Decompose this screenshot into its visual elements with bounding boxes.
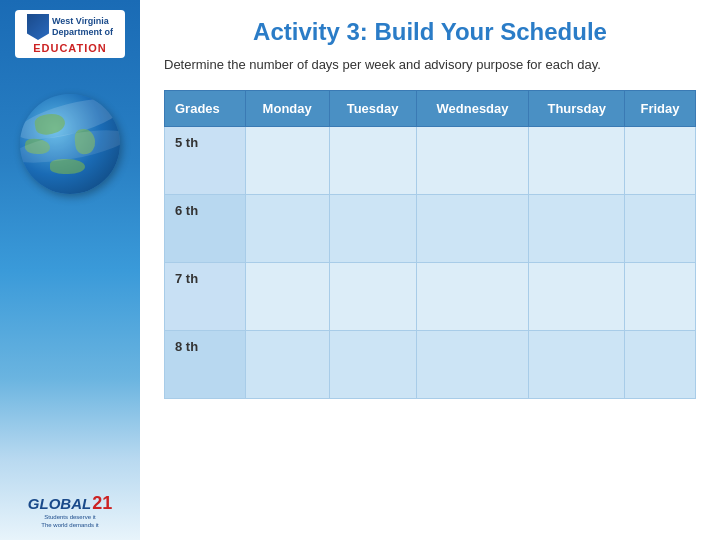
col-header-monday: Monday [245,91,329,127]
table-row: 6 th [165,195,696,263]
globe-icon [20,94,120,194]
table-row: 8 th [165,331,696,399]
wv-shield-icon [27,14,49,40]
cell-5th-tuesday[interactable] [329,127,416,195]
globe-land-3 [74,128,96,155]
sidebar-top: West Virginia Department of EDUCATION [10,10,130,274]
col-header-thursday: Thursday [529,91,625,127]
page-title: Activity 3: Build Your Schedule [164,18,696,46]
wv-education-label: EDUCATION [33,42,107,54]
sidebar-bottom: GLOBAL 21 Students deserve it The world … [28,493,112,530]
col-header-wednesday: Wednesday [416,91,529,127]
cell-6th-monday[interactable] [245,195,329,263]
cell-8th-wednesday[interactable] [416,331,529,399]
cell-7th-monday[interactable] [245,263,329,331]
global21-num-label: 21 [92,493,112,514]
col-header-grades: Grades [165,91,246,127]
sidebar: West Virginia Department of EDUCATION GL… [0,0,140,540]
cell-6th-wednesday[interactable] [416,195,529,263]
global21-tagline-1: Students deserve it [44,514,95,522]
cell-7th-wednesday[interactable] [416,263,529,331]
cell-7th-tuesday[interactable] [329,263,416,331]
grade-cell-6th: 6 th [165,195,246,263]
grade-cell-8th: 8 th [165,331,246,399]
cell-5th-wednesday[interactable] [416,127,529,195]
cell-6th-thursday[interactable] [529,195,625,263]
wv-org-name: West Virginia [52,16,113,27]
cell-6th-friday[interactable] [625,195,696,263]
table-row: 5 th [165,127,696,195]
globe-land-2 [24,138,50,155]
grade-cell-7th: 7 th [165,263,246,331]
table-row: 7 th [165,263,696,331]
cell-5th-thursday[interactable] [529,127,625,195]
cell-7th-thursday[interactable] [529,263,625,331]
global21-logo: GLOBAL 21 Students deserve it The world … [28,493,112,530]
globe-illustration [10,74,130,274]
col-header-tuesday: Tuesday [329,91,416,127]
main-content: Activity 3: Build Your Schedule Determin… [140,0,720,540]
grade-cell-5th: 5 th [165,127,246,195]
cell-5th-friday[interactable] [625,127,696,195]
col-header-friday: Friday [625,91,696,127]
globe-land-1 [33,112,66,137]
cell-6th-tuesday[interactable] [329,195,416,263]
globe-land-4 [50,159,85,174]
subtitle-text: Determine the number of days per week an… [164,56,696,74]
cell-7th-friday[interactable] [625,263,696,331]
cell-8th-friday[interactable] [625,331,696,399]
table-header-row: Grades Monday Tuesday Wednesday Thursday… [165,91,696,127]
wv-logo: West Virginia Department of EDUCATION [15,10,125,58]
schedule-table: Grades Monday Tuesday Wednesday Thursday… [164,90,696,399]
cell-5th-monday[interactable] [245,127,329,195]
global21-tagline-2: The world demands it [41,522,98,530]
wv-dept-label: Department of [52,27,113,38]
global21-global-label: GLOBAL [28,495,91,512]
cell-8th-tuesday[interactable] [329,331,416,399]
cell-8th-thursday[interactable] [529,331,625,399]
cell-8th-monday[interactable] [245,331,329,399]
